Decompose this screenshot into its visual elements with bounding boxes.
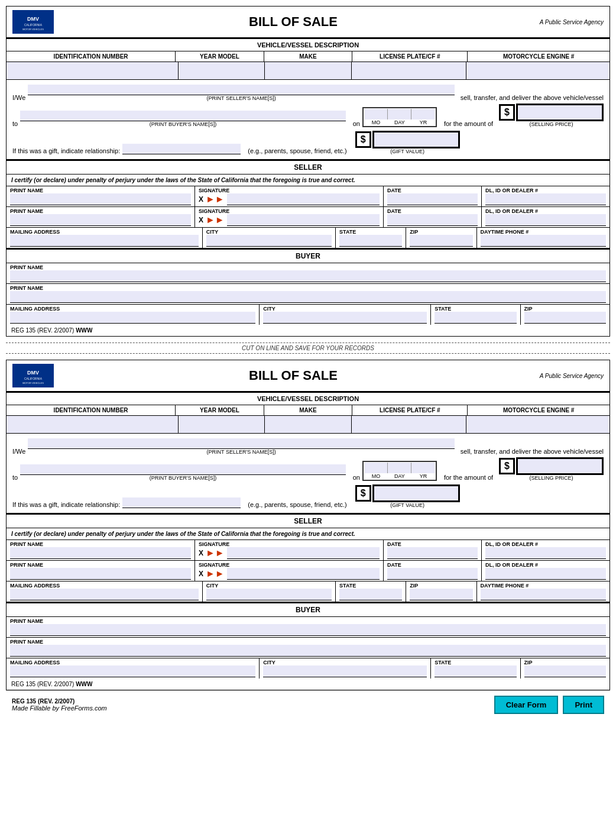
seller-dl-2-input[interactable] <box>485 214 606 226</box>
plate-cell <box>352 62 467 79</box>
seller-name-group: (PRINT SELLER'S NAME[S]) <box>28 85 454 101</box>
moto-input[interactable] <box>466 62 609 79</box>
gift-value-input[interactable] <box>372 131 460 148</box>
buyer-print-name-2-input[interactable] <box>10 291 606 303</box>
dollar-sign-gift-2: $ <box>355 485 371 502</box>
seller-zip-input[interactable] <box>410 235 472 247</box>
seller-name-input-2[interactable] <box>28 438 454 449</box>
seller-date-2-input-2[interactable] <box>387 568 478 580</box>
buyer-state-label: STATE <box>435 306 516 312</box>
seller-sig-2-input-2[interactable] <box>227 568 380 580</box>
seller-city-input-2[interactable] <box>206 589 332 600</box>
col-moto-header: MOTORCYCLE ENGINE # <box>468 51 609 62</box>
seller-dl-1-input[interactable] <box>485 193 606 205</box>
seller-print-name-2-input[interactable] <box>10 214 191 226</box>
buyer-print-name-2-input-2[interactable] <box>10 645 606 657</box>
col-plate-header: LICENSE PLATE/CF # <box>352 51 468 62</box>
selling-price-input-2[interactable] <box>516 457 604 475</box>
state-label-2: STATE <box>339 583 402 589</box>
buyer-name-1-col: PRINT NAME <box>7 263 609 283</box>
seller-state-input[interactable] <box>339 235 402 247</box>
month-input[interactable] <box>364 109 388 119</box>
seller-sig-1-col: SIGNATURE X ►► <box>195 186 384 206</box>
seller-addr-input[interactable] <box>10 235 199 247</box>
month-input-2[interactable] <box>364 463 388 473</box>
cut-line: CUT ON LINE AND SAVE FOR YOUR RECORDS <box>6 343 610 354</box>
plate-input-2[interactable] <box>352 416 466 433</box>
selling-price-group-2: $ (SELLING PRICE) <box>499 457 604 481</box>
x-label-1: X <box>199 195 203 203</box>
plate-input[interactable] <box>352 62 466 79</box>
buyer-print-name-1-input-2[interactable] <box>10 624 606 636</box>
gift-label-2: If this was a gift, indicate relationshi… <box>12 501 120 508</box>
buyer-zip-input-2[interactable] <box>524 665 606 677</box>
buyer-zip-input[interactable] <box>524 312 606 324</box>
day-input[interactable] <box>388 109 411 119</box>
seller-state-input-2[interactable] <box>339 589 402 600</box>
seller-date-1-input-2[interactable] <box>387 547 478 559</box>
seller-print-name-2-input-2[interactable] <box>10 568 191 580</box>
seller-zip-input-2[interactable] <box>410 589 472 600</box>
id-number-input[interactable] <box>7 62 178 79</box>
id-number-input-2[interactable] <box>7 416 178 433</box>
date-label-1-2: DATE <box>387 541 478 547</box>
svg-text:DMV: DMV <box>27 16 39 22</box>
buyer-city-input-2[interactable] <box>263 665 427 677</box>
seller-sig-2-input[interactable] <box>227 214 380 226</box>
seller-sig-1-input[interactable] <box>227 193 380 205</box>
gift-relationship-input-2[interactable] <box>122 497 241 508</box>
gift-value-input-2[interactable] <box>372 484 460 502</box>
buyer-print-name-1-input[interactable] <box>10 270 606 282</box>
gift-value-label: (GIFT VALUE) <box>390 148 424 154</box>
seller-zip-col-2: ZIP <box>406 581 476 602</box>
day-input-2[interactable] <box>388 463 411 473</box>
buyer-state-col-2: STATE <box>431 658 520 679</box>
seller-sig-1-input-2[interactable] <box>227 547 380 559</box>
seller-dl-1-input-2[interactable] <box>485 547 606 559</box>
moto-input-2[interactable] <box>466 416 609 433</box>
year-model-input[interactable] <box>179 62 264 79</box>
buyer-addr-input-2[interactable] <box>10 665 255 677</box>
year-input[interactable] <box>411 109 435 119</box>
make-input[interactable] <box>265 62 351 79</box>
make-input-2[interactable] <box>265 416 351 433</box>
buyer-name-input[interactable] <box>20 111 345 121</box>
seller-phone-input-2[interactable] <box>481 589 606 600</box>
seller-print-name-1-input-2[interactable] <box>10 547 191 559</box>
buyer-name-row-1: PRINT NAME <box>7 263 609 284</box>
selling-price-input[interactable] <box>516 104 604 121</box>
print-button[interactable]: Print <box>563 696 604 714</box>
freeforms-label: Made Fillable by FreeForms.com <box>12 705 107 712</box>
seller-dl-2-input-2[interactable] <box>485 568 606 580</box>
buyer-title: BUYER <box>7 250 609 263</box>
seller-city-input[interactable] <box>206 235 332 247</box>
seller-phone-col: DAYTIME PHONE # <box>477 228 609 248</box>
day-label: DAY <box>394 119 405 125</box>
form-header: DMV CALIFORNIA MOTOR VEHICLES BILL OF SA… <box>7 7 609 38</box>
agency-label: A Public Service Agency <box>533 19 604 25</box>
gift-relationship-input[interactable] <box>122 144 241 154</box>
buyer-addr-input[interactable] <box>10 312 255 324</box>
seller-print-name-2-col-2: PRINT NAME <box>7 561 195 581</box>
seller-dl-2-col-2: DL, ID OR DEALER # <box>482 561 609 581</box>
seller-phone-input[interactable] <box>481 235 606 247</box>
gift-value-group: $ (GIFT VALUE) <box>355 131 460 154</box>
buyer-state-input[interactable] <box>435 312 516 324</box>
mo-label-2: MO <box>372 473 381 479</box>
signature-label-2: SIGNATURE <box>199 208 380 214</box>
seller-date-2-input[interactable] <box>387 214 478 226</box>
buyer-city-input[interactable] <box>263 312 427 324</box>
seller-print-name-1-input[interactable] <box>10 193 191 205</box>
seller-addr-input-2[interactable] <box>10 589 199 600</box>
seller-date-2-col: DATE <box>384 207 482 227</box>
year-input-2[interactable] <box>411 463 435 473</box>
seller-name-input[interactable] <box>28 85 454 95</box>
clear-form-button[interactable]: Clear Form <box>494 696 559 714</box>
sig-area-1: X ►► <box>199 193 380 205</box>
year-model-input-2[interactable] <box>179 416 264 433</box>
buyer-name-input-2[interactable] <box>20 464 345 475</box>
buyer-state-input-2[interactable] <box>435 665 516 677</box>
svg-text:MOTOR VEHICLES: MOTOR VEHICLES <box>22 28 44 31</box>
seller-date-1-input[interactable] <box>387 193 478 205</box>
col-moto-header-2: MOTORCYCLE ENGINE # <box>468 405 609 415</box>
